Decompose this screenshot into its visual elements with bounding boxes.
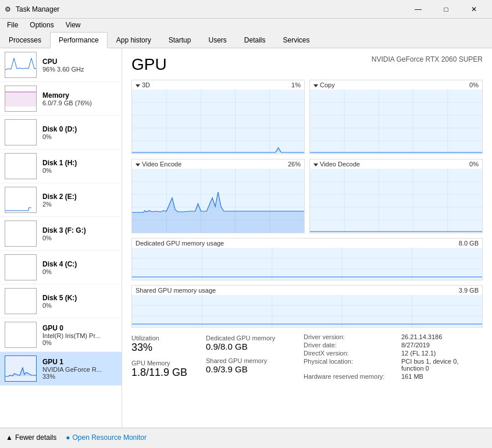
physical-location-row: Physical location: PCI bus 1, device 0, …	[304, 358, 483, 372]
svg-rect-5	[5, 187, 37, 213]
graph-3d-value: 1%	[291, 81, 301, 88]
graph-3d-label: 3D	[136, 81, 150, 88]
stat-gpu-memory-value: 1.8/11.9 GB	[131, 367, 201, 379]
sidebar-item-memory[interactable]: Memory 6.0/7.9 GB (76%)	[0, 82, 122, 116]
cpu-thumbnail	[5, 52, 37, 78]
maximize-button[interactable]: □	[433, 1, 459, 18]
graph-copy: Copy 0%	[309, 80, 483, 154]
disk1-name: Disk 1 (H:)	[42, 159, 117, 167]
disk0-detail: 0%	[42, 133, 117, 140]
sidebar: CPU 96% 3.60 GHz Memory 6.0/7.9 GB (76%)	[0, 48, 122, 428]
disk3-detail: 0%	[42, 234, 117, 241]
svg-rect-10	[5, 356, 37, 382]
disk1-detail: 0%	[42, 167, 117, 174]
sidebar-item-cpu[interactable]: CPU 96% 3.60 GHz	[0, 48, 122, 82]
disk5-detail: 0%	[42, 302, 117, 309]
sidebar-item-disk3[interactable]: Disk 3 (F: G:) 0%	[0, 217, 122, 251]
graph-copy-value: 0%	[469, 81, 479, 88]
sidebar-item-disk0[interactable]: Disk 0 (D:) 0%	[0, 116, 122, 150]
sidebar-item-disk2[interactable]: Disk 2 (E:) 2%	[0, 183, 122, 217]
driver-date-row: Driver date: 8/27/2019	[304, 342, 483, 349]
graph-dedicated-gpu-label: Dedicated GPU memory usage	[136, 240, 224, 247]
disk0-info: Disk 0 (D:) 0%	[42, 125, 117, 140]
gpu0-detail2: 0%	[42, 339, 117, 346]
disk1-info: Disk 1 (H:) 0%	[42, 159, 117, 174]
graph-video-decode-area	[310, 169, 482, 233]
gpu-title: GPU	[131, 55, 167, 74]
minimize-button[interactable]: —	[405, 1, 432, 18]
memory-detail: 6.0/7.9 GB (76%)	[42, 99, 117, 106]
stat-dedicated-gpu-mem-label: Dedicated GPU memory	[206, 335, 299, 342]
menu-file[interactable]: File	[2, 20, 23, 30]
open-monitor-item[interactable]: ● Open Resource Monitor	[66, 433, 147, 442]
svg-rect-39	[310, 169, 482, 233]
driver-info: Driver version: 26.21.14.3186 Driver dat…	[304, 333, 483, 381]
graph-dedicated-gpu-area	[132, 248, 482, 280]
sidebar-item-gpu0[interactable]: GPU 0 Intel(R) Iris(TM) Pr... 0%	[0, 318, 122, 352]
gpu0-detail1: Intel(R) Iris(TM) Pr...	[42, 332, 117, 339]
svg-rect-48	[132, 248, 482, 280]
driver-version-value: 26.21.14.3186	[401, 333, 442, 340]
disk5-info: Disk 5 (K:) 0%	[42, 294, 117, 309]
sidebar-item-disk1[interactable]: Disk 1 (H:) 0%	[0, 150, 122, 183]
graph-video-encode-area	[132, 169, 304, 233]
sidebar-item-disk4[interactable]: Disk 4 (C:) 0%	[0, 251, 122, 285]
sidebar-item-disk5[interactable]: Disk 5 (K:) 0%	[0, 285, 122, 318]
stat-shared-gpu-mem-label: Shared GPU memory	[206, 357, 299, 364]
tab-details[interactable]: Details	[236, 32, 274, 48]
stats-col2: Dedicated GPU memory 0.9/8.0 GB Shared G…	[206, 333, 299, 381]
graph-dedicated-gpu: Dedicated GPU memory usage 8.0 GB	[131, 238, 483, 280]
tab-processes[interactable]: Processes	[0, 32, 50, 48]
graph-shared-gpu-label: Shared GPU memory usage	[136, 287, 216, 294]
menu-options[interactable]: Options	[25, 20, 58, 30]
svg-rect-2	[5, 92, 37, 106]
gpu1-thumbnail	[5, 355, 37, 382]
tab-services[interactable]: Services	[274, 32, 319, 48]
status-bar: ▲ Fewer details ● Open Resource Monitor	[0, 428, 492, 446]
app-icon: ⚙	[5, 5, 11, 13]
disk3-name: Disk 3 (F: G:)	[42, 226, 117, 234]
app-title: Task Manager	[16, 5, 59, 13]
gpu1-info: GPU 1 NVIDIA GeForce R... 33%	[42, 358, 117, 380]
graph-dedicated-gpu-header: Dedicated GPU memory usage 8.0 GB	[132, 239, 482, 248]
fewer-details-item[interactable]: ▲ Fewer details	[6, 433, 56, 442]
title-bar: ⚙ Task Manager — □ ✕	[0, 0, 492, 19]
graph-shared-gpu: Shared GPU memory usage 3.9 GB	[131, 285, 483, 328]
disk3-thumbnail	[5, 221, 37, 247]
tab-app-history[interactable]: App history	[108, 32, 160, 48]
gpu-model: NVIDIA GeForce RTX 2060 SUPER	[372, 55, 483, 63]
graph-copy-area	[310, 90, 482, 154]
gpu1-detail1: NVIDIA GeForce R...	[42, 366, 117, 373]
graph-video-decode-value: 0%	[469, 161, 479, 168]
tab-performance[interactable]: Performance	[50, 32, 108, 48]
graph-shared-gpu-header: Shared GPU memory usage 3.9 GB	[132, 286, 482, 295]
driver-date-label: Driver date:	[304, 342, 397, 349]
menu-bar: File Options View	[0, 19, 492, 31]
disk0-name: Disk 0 (D:)	[42, 125, 117, 133]
graph-video-encode-header: Video Encode 26%	[132, 159, 304, 169]
svg-rect-8	[5, 289, 37, 314]
directx-version-value: 12 (FL 12.1)	[401, 350, 436, 357]
gpu0-info: GPU 0 Intel(R) Iris(TM) Pr... 0%	[42, 324, 117, 346]
sidebar-item-gpu1[interactable]: GPU 1 NVIDIA GeForce R... 33%	[0, 352, 122, 386]
stat-utilization-label: Utilization	[131, 335, 201, 342]
svg-rect-6	[5, 221, 37, 247]
menu-view[interactable]: View	[61, 20, 85, 30]
tab-users[interactable]: Users	[199, 32, 235, 48]
open-monitor-link[interactable]: Open Resource Monitor	[73, 433, 147, 442]
disk4-info: Disk 4 (C:) 0%	[42, 260, 117, 275]
chevron-up-icon: ▲	[6, 433, 13, 442]
disk2-name: Disk 2 (E:)	[42, 193, 117, 201]
stat-utilization-value: 33%	[131, 342, 201, 354]
disk1-thumbnail	[5, 153, 37, 179]
tab-startup[interactable]: Startup	[160, 32, 200, 48]
stat-dedicated-gpu-mem-value: 0.9/8.0 GB	[206, 342, 299, 351]
graph-video-encode-value: 26%	[288, 161, 301, 168]
disk3-info: Disk 3 (F: G:) 0%	[42, 226, 117, 241]
disk5-name: Disk 5 (K:)	[42, 294, 117, 302]
stats-section: Utilization 33% GPU Memory 1.8/11.9 GB D…	[131, 333, 483, 381]
hw-reserved-row: Hardware reserved memory: 161 MB	[304, 373, 483, 380]
close-button[interactable]: ✕	[461, 1, 487, 18]
disk2-detail: 2%	[42, 201, 117, 208]
title-bar-controls: — □ ✕	[405, 1, 487, 18]
